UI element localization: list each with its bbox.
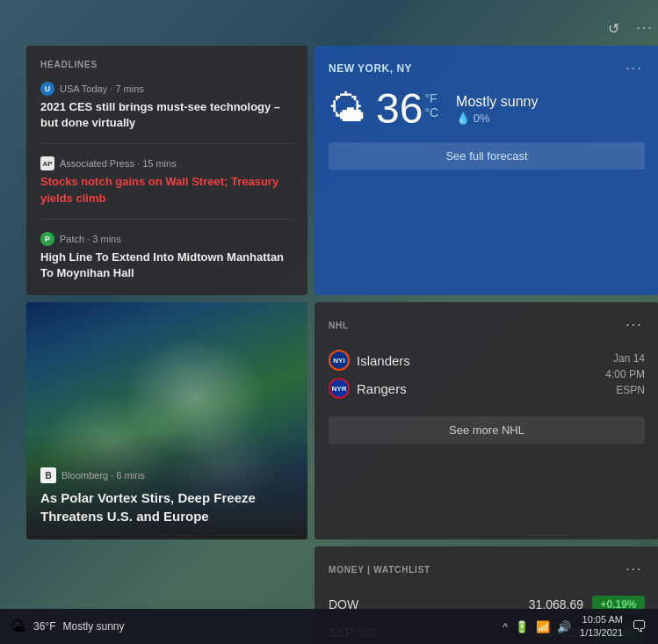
- usa-today-logo: U: [40, 82, 54, 96]
- battery-icon: 🔋: [515, 620, 529, 633]
- notification-icon[interactable]: 🗨: [632, 618, 647, 636]
- weather-desc: Mostly sunny 💧 0%: [456, 94, 538, 125]
- bloomberg-source: B Bloomberg · 6 mins: [40, 467, 293, 483]
- patch-logo: P: [40, 232, 54, 246]
- weather-temp: 36: [376, 88, 423, 130]
- weather-location: NEW YORK, NY ···: [329, 58, 645, 79]
- taskbar-left: 🌤 36°F Mostly sunny: [11, 618, 125, 636]
- taskbar: 🌤 36°F Mostly sunny ^ 🔋 📶 🔊 10:05 AM 1/1…: [0, 609, 658, 644]
- headline-3: High Line To Extend Into Midtown Manhatt…: [40, 250, 293, 281]
- wifi-icon: 📶: [536, 620, 550, 633]
- news-item-3[interactable]: P Patch · 3 mins High Line To Extend Int…: [40, 232, 293, 281]
- money-header: MONEY | WATCHLIST ···: [329, 559, 645, 580]
- news-item-1[interactable]: U USA Today · 7 mins 2021 CES still brin…: [40, 82, 293, 144]
- nhl-teams: NYI Islanders NYR Rangers: [329, 346, 597, 402]
- nhl-team-rangers: NYR Rangers: [329, 374, 597, 402]
- headlines-card: HEADLINES U USA Today · 7 mins 2021 CES …: [26, 46, 307, 295]
- headline-2: Stocks notch gains on Wall Street; Treas…: [40, 174, 293, 206]
- bloomberg-headline: As Polar Vortex Stirs, Deep Freeze Threa…: [40, 488, 293, 525]
- weather-condition: Mostly sunny: [456, 94, 538, 110]
- weather-forecast-button[interactable]: See full forecast: [329, 142, 645, 170]
- news-source-3: P Patch · 3 mins: [40, 232, 293, 246]
- bloomberg-overlay: B Bloomberg · 6 mins As Polar Vortex Sti…: [26, 432, 307, 539]
- nhl-card: NHL ··· NYI Islanders NYR Rangers Jan 14: [315, 302, 658, 539]
- weather-temp-wrap: 36 °F °C: [376, 88, 438, 130]
- weather-city: NEW YORK, NY: [329, 62, 412, 75]
- news-source-2: AP Associated Press · 15 mins: [40, 156, 293, 170]
- source-text-2: Associated Press · 15 mins: [60, 158, 177, 169]
- weather-main: 🌤 36 °F °C Mostly sunny 💧 0%: [329, 88, 645, 130]
- headlines-title: HEADLINES: [40, 60, 293, 69]
- money-more-btn[interactable]: ···: [624, 559, 645, 580]
- headline-1: 2021 CES still brings must-see technolog…: [40, 99, 293, 131]
- bloomberg-card[interactable]: B Bloomberg · 6 mins As Polar Vortex Sti…: [26, 302, 307, 539]
- taskbar-right: ^ 🔋 📶 🔊 10:05 AM 1/13/2021 🗨: [503, 613, 647, 640]
- source-text-1: USA Today · 7 mins: [60, 83, 144, 94]
- ap-logo: AP: [40, 156, 54, 170]
- news-source-1: U USA Today · 7 mins: [40, 82, 293, 96]
- chevron-up-icon[interactable]: ^: [503, 620, 508, 633]
- nhl-team-islanders: NYI Islanders: [329, 346, 597, 374]
- taskbar-weather-condition: Mostly sunny: [62, 620, 124, 633]
- volume-icon[interactable]: 🔊: [557, 620, 571, 633]
- taskbar-time: 10:05 AM 1/13/2021: [580, 613, 623, 640]
- nhl-see-more-button[interactable]: See more NHL: [329, 416, 645, 444]
- islanders-name: Islanders: [357, 353, 410, 368]
- rangers-logo: NYR: [329, 378, 350, 399]
- nhl-more-btn[interactable]: ···: [624, 315, 645, 336]
- rangers-name: Rangers: [357, 381, 407, 396]
- panel-more-icon[interactable]: ···: [634, 18, 655, 39]
- bloomberg-source-text: Bloomberg · 6 mins: [61, 470, 145, 481]
- source-text-3: Patch · 3 mins: [60, 234, 121, 244]
- weather-card: NEW YORK, NY ··· 🌤 36 °F °C Mostly sunny…: [315, 46, 658, 295]
- weather-temp-units: °F °C: [424, 91, 438, 119]
- nhl-header: NHL ···: [329, 315, 645, 336]
- money-label: MONEY | WATCHLIST: [329, 565, 430, 575]
- weather-icon: 🌤: [329, 88, 365, 130]
- game-info: Jan 14 4:00 PM ESPN: [605, 351, 645, 398]
- weather-more-btn[interactable]: ···: [624, 58, 645, 79]
- refresh-icon[interactable]: ↺: [603, 18, 624, 39]
- weather-precip: 💧 0%: [456, 112, 538, 125]
- bloomberg-logo: B: [40, 467, 56, 483]
- taskbar-system-icons: ^ 🔋 📶 🔊: [503, 620, 571, 633]
- taskbar-weather-icon: 🌤: [11, 618, 26, 636]
- nhl-label: NHL: [329, 321, 349, 330]
- islanders-logo: NYI: [329, 350, 350, 371]
- news-item-2[interactable]: AP Associated Press · 15 mins Stocks not…: [40, 156, 293, 219]
- nhl-game: NYI Islanders NYR Rangers Jan 14 4:00 PM…: [329, 346, 645, 402]
- taskbar-weather-temp: 36°F: [33, 620, 55, 633]
